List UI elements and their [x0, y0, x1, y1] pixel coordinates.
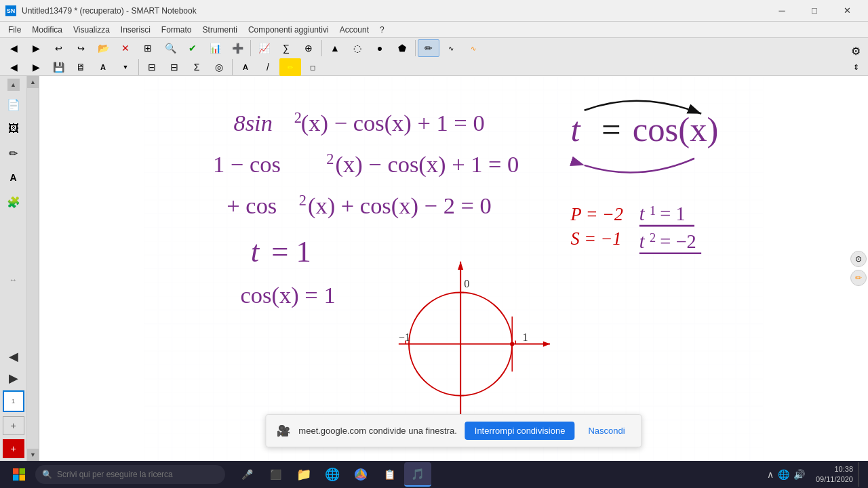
tb-zoom[interactable]: 🔍	[159, 39, 181, 57]
add-page-button[interactable]: +	[3, 416, 24, 435]
svg-text:S = −1: S = −1	[570, 229, 621, 249]
close-button[interactable]: ✕	[831, 0, 863, 22]
tb-pen[interactable]: ✏	[418, 39, 439, 57]
scroll-down-arrow[interactable]: ▼	[27, 449, 39, 461]
taskbar-app-notebook[interactable]: 🎵	[404, 462, 431, 487]
sidebar-tool-text[interactable]: A	[3, 167, 24, 188]
svg-rect-44	[20, 468, 26, 474]
sidebar-nav-prev[interactable]: ◀	[3, 347, 24, 366]
sidebar-scroll-up[interactable]: ▲	[7, 79, 20, 91]
page-thumb-1[interactable]: 1	[3, 390, 24, 412]
tb-back[interactable]: ◀	[3, 39, 24, 57]
tb-monitor[interactable]: 🖥	[70, 58, 92, 76]
sidebar-tool-pen[interactable]: ✏	[3, 142, 24, 164]
menu-formato[interactable]: Formato	[156, 22, 197, 37]
systray-chevron[interactable]: ∧	[767, 469, 774, 480]
vertical-scrollbar[interactable]: ▲ ▼	[27, 76, 39, 461]
tb-text[interactable]: A	[235, 58, 256, 76]
start-button[interactable]	[5, 462, 33, 487]
tb-wave1[interactable]: ∿	[440, 39, 462, 57]
toolbar-row1: ◀ ▶ ↩ ↪ 📂 ✕ ⊞ 🔍 ✔ 📊 ➕ 📈 ∑ ⊕ ▲ ◌ ● ⬟ ✏ ∿ …	[3, 39, 842, 57]
svg-text:cos(x): cos(x)	[633, 110, 719, 148]
tb-open[interactable]: 📂	[92, 39, 114, 57]
tb-sum[interactable]: ∑	[275, 39, 297, 57]
sidebar-tool-addon[interactable]: 🧩	[3, 191, 24, 213]
taskbar-app-chrome[interactable]	[347, 462, 374, 487]
menu-strumenti[interactable]: Strumenti	[197, 22, 243, 37]
show-desktop-button[interactable]	[859, 462, 863, 487]
svg-text:2: 2	[650, 231, 656, 245]
menu-modifica[interactable]: Modifica	[26, 22, 68, 37]
tb-eraser[interactable]: ◻	[302, 58, 323, 76]
svg-text:(x) − cos(x) + 1 = 0: (x) − cos(x) + 1 = 0	[336, 151, 519, 178]
svg-text:+ cos: + cos	[226, 192, 277, 218]
taskbar-app-smart[interactable]: 📋	[376, 462, 403, 487]
taskbar-app-explorer[interactable]: 📁	[290, 462, 317, 487]
tb-response2[interactable]: ◎	[208, 58, 230, 76]
menu-inserisci[interactable]: Inserisci	[115, 22, 156, 37]
svg-text:1 − cos: 1 − cos	[213, 151, 281, 177]
menu-visualizza[interactable]: Visualizza	[68, 22, 115, 37]
systray-network[interactable]: 🌐	[778, 469, 789, 480]
tb-line[interactable]: /	[257, 58, 279, 76]
tb-settings[interactable]: ⚙	[846, 41, 865, 60]
minimize-button[interactable]: ─	[766, 0, 797, 22]
menu-help[interactable]: ?	[374, 22, 390, 37]
taskbar: 🔍 🎤 ⬛ 📁 🌐 📋 🎵 ∧ 🌐 🔊 10:38	[0, 461, 868, 488]
sidebar-tool-page[interactable]: 📄	[3, 94, 24, 115]
sidebar-expand-arrow[interactable]: ↔	[9, 216, 18, 344]
tb-page-next[interactable]: ▶	[25, 58, 47, 76]
svg-text:1: 1	[522, 331, 528, 344]
tb-undo[interactable]: ↩	[47, 39, 69, 57]
tb-shape[interactable]: ⬟	[391, 39, 413, 57]
tb-expand[interactable]: ⇕	[846, 60, 865, 74]
windows-logo-icon	[12, 468, 26, 481]
taskbar-app-edge[interactable]: 🌐	[319, 462, 346, 487]
svg-text:cos(x) = 1: cos(x) = 1	[241, 282, 336, 308]
tb-highlight[interactable]: ✏	[279, 58, 301, 76]
taskbar-search-input[interactable]	[35, 465, 225, 484]
sidebar-spacer: ↔	[9, 216, 18, 344]
toolbar: ◀ ▶ ↩ ↪ 📂 ✕ ⊞ 🔍 ✔ 📊 ➕ 📈 ∑ ⊕ ▲ ◌ ● ⬟ ✏ ∿ …	[0, 38, 868, 76]
tb-circle[interactable]: ●	[369, 39, 391, 57]
taskbar-app-mic[interactable]: 🎤	[233, 462, 260, 487]
taskbar-clock[interactable]: 10:38 09/11/2020	[816, 464, 853, 485]
scroll-up-arrow[interactable]: ▲	[27, 76, 39, 88]
rs-btn-pointer[interactable]: ⊙	[850, 251, 867, 267]
tb-redo[interactable]: ↪	[70, 39, 92, 57]
systray-sound[interactable]: 🔊	[793, 469, 805, 480]
tb-forward[interactable]: ▶	[25, 39, 47, 57]
window-controls: ─ □ ✕	[766, 0, 863, 22]
tb-lasso[interactable]: ◌	[347, 39, 368, 57]
menu-file[interactable]: File	[3, 22, 26, 37]
tb-add[interactable]: ➕	[226, 39, 248, 57]
sidebar-tool-gallery[interactable]: 🖼	[3, 118, 24, 140]
stop-sharing-button[interactable]: Interrompi condivisione	[465, 422, 575, 440]
canvas-content: 8sin 2 (x) − cos(x) + 1 = 0 1 − cos 2 (x…	[39, 76, 868, 461]
taskbar-app-taskview[interactable]: ⬛	[262, 462, 289, 487]
tb-sigma[interactable]: Σ	[186, 58, 208, 76]
add-page-button2[interactable]: +	[3, 439, 24, 458]
maximize-button[interactable]: □	[799, 0, 830, 22]
menu-componenti[interactable]: Componenti aggiuntivi	[243, 22, 334, 37]
sidebar-nav-next[interactable]: ▶	[3, 369, 24, 388]
tb-delete[interactable]: ✕	[115, 39, 136, 57]
systray: ∧ 🌐 🔊	[762, 469, 810, 480]
hide-button[interactable]: Nascondi	[583, 422, 630, 440]
tb-dropdown[interactable]: ▼	[115, 58, 136, 76]
tb-activity[interactable]: ⊕	[298, 39, 319, 57]
tb-chart[interactable]: 📈	[253, 39, 275, 57]
tb-table2[interactable]: ⊟	[141, 58, 163, 76]
tb-response[interactable]: 📊	[204, 39, 226, 57]
tb-font[interactable]: A	[92, 58, 114, 76]
tb-check[interactable]: ✔	[182, 39, 203, 57]
rs-btn-pen[interactable]: ✏	[850, 270, 867, 286]
tb-wave2[interactable]: ∿	[462, 39, 484, 57]
sep4	[138, 59, 139, 75]
tb-page-prev[interactable]: ◀	[3, 58, 24, 76]
tb-save[interactable]: 💾	[47, 58, 69, 76]
tb-select[interactable]: ▲	[324, 39, 346, 57]
menu-account[interactable]: Account	[334, 22, 374, 37]
tb-table[interactable]: ⊞	[137, 39, 159, 57]
tb-grid[interactable]: ⊟	[163, 58, 185, 76]
